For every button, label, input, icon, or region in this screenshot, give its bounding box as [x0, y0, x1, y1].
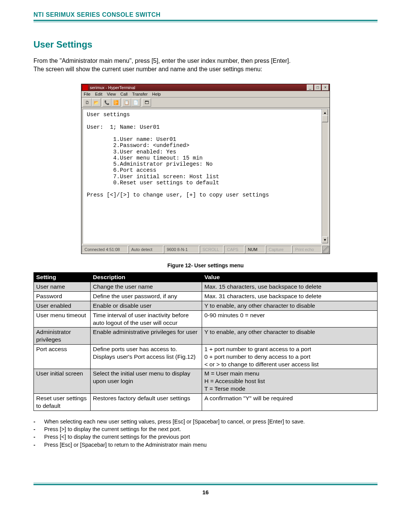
table-row: User menu timeoutTime interval of user i… [34, 310, 378, 328]
table-row: User initial screenSelect the initial us… [34, 369, 378, 393]
table-row: Administrator privilegesEnable administr… [34, 328, 378, 345]
tool-new-icon[interactable]: 🗋 [83, 98, 92, 107]
note-item: -Press [<] to display the current settin… [33, 433, 378, 441]
cell-description: Time interval of user inactivity before … [91, 310, 202, 328]
figure-caption: Figure 12- User settings menu [33, 262, 378, 268]
intro-line2: The screen will show the current user nu… [33, 66, 262, 72]
cell-setting: User menu timeout [34, 310, 91, 328]
terminal-client: User settings User: 1; Name: User01 1.Us… [81, 108, 330, 245]
titlebar: serimux - HyperTerminal _ □ × [81, 84, 330, 91]
cell-description: Define the user password, if any [91, 292, 202, 301]
header-rule [33, 20, 378, 22]
cell-setting: User enabled [34, 301, 91, 310]
section-title: User Settings [33, 39, 378, 50]
cell-value: M = User main menu H = Accessible host l… [202, 369, 378, 393]
tool-receive-icon[interactable]: 📄 [131, 98, 140, 107]
note-dash: - [33, 433, 44, 441]
cell-description: Enable or disable user [91, 301, 202, 310]
status-capture: Capture [266, 246, 292, 253]
tool-properties-icon[interactable]: 🗔 [142, 98, 151, 107]
tool-call-icon[interactable]: 📞 [102, 98, 112, 107]
cell-setting: Administrator privileges [34, 328, 91, 345]
note-dash: - [33, 441, 44, 449]
menu-help[interactable]: Help [152, 92, 161, 96]
notes-list: -When selecting each new user setting va… [33, 418, 378, 449]
settings-table: Setting Description Value User nameChang… [33, 272, 378, 411]
note-text: Press [>] to display the current setting… [44, 425, 378, 433]
note-text: Press [<] to display the current setting… [44, 433, 378, 441]
cell-setting: Reset user settings to default [34, 393, 91, 411]
note-item: -Press [>] to display the current settin… [33, 425, 378, 433]
page-number: 16 [33, 489, 378, 495]
note-dash: - [33, 425, 44, 433]
status-connected: Connected 4:51:08 [82, 246, 128, 253]
cell-setting: Port access [34, 344, 91, 369]
tool-send-icon[interactable]: 📋 [122, 98, 131, 107]
cell-value: Y to enable, any other character to disa… [202, 301, 378, 310]
th-setting: Setting [34, 273, 91, 282]
cell-value: 0-90 minutes 0 = never [202, 310, 378, 328]
tool-open-icon[interactable]: 📂 [92, 98, 101, 107]
note-item: -Press [Esc] or [Spacebar] to return to … [33, 441, 378, 449]
resize-grip-icon[interactable] [322, 246, 329, 253]
close-button[interactable]: × [322, 85, 329, 91]
minimize-button[interactable]: _ [307, 85, 314, 91]
cell-value: 1 + port number to grant access to a por… [202, 344, 378, 369]
terminal-output: User settings User: 1; Name: User01 1.Us… [83, 109, 328, 243]
note-text: Press [Esc] or [Spacebar] to return to t… [44, 441, 378, 449]
toolbar: 🗋 📂 📞 📴 📋 📄 🗔 [81, 97, 330, 108]
cell-description: Change the user name [91, 282, 202, 292]
cell-value: Y to enable, any other character to disa… [202, 328, 378, 345]
cell-value: Max. 15 characters, use backspace to del… [202, 282, 378, 292]
tool-hangup-icon[interactable]: 📴 [112, 98, 121, 107]
scrollbar[interactable]: ▲ ▼ [322, 109, 328, 243]
status-proto: 9600 8-N-1 [164, 246, 199, 253]
menu-edit[interactable]: Edit [95, 92, 102, 96]
status-caps: CAPS [224, 246, 244, 253]
cell-setting: User initial screen [34, 369, 91, 393]
menu-transfer[interactable]: Transfer [132, 92, 148, 96]
table-row: User enabledEnable or disable userY to e… [34, 301, 378, 310]
menu-file[interactable]: File [84, 92, 91, 96]
cell-description: Define ports user has access to. Display… [91, 344, 202, 369]
status-detect: Auto detect [129, 246, 164, 253]
status-num: NUM [245, 246, 265, 253]
menu-call[interactable]: Call [120, 92, 127, 96]
table-row: Reset user settings to defaultRestores f… [34, 393, 378, 411]
intro-line1: From the "Administrator main menu", pres… [33, 58, 291, 64]
cell-description: Enable administrative privileges for use… [91, 328, 202, 345]
th-value: Value [202, 273, 378, 282]
cell-value: Max. 31 characters, use backspace to del… [202, 292, 378, 301]
cell-value: A confirmation "Y" will be required [202, 393, 378, 411]
status-scroll: SCROLL [200, 246, 224, 253]
scroll-down-icon[interactable]: ▼ [322, 236, 328, 243]
table-row: PasswordDefine the user password, if any… [34, 292, 378, 301]
menubar: File Edit View Call Transfer Help [81, 91, 330, 97]
intro-text: From the "Administrator main menu", pres… [33, 57, 378, 73]
th-description: Description [91, 273, 202, 282]
menu-view[interactable]: View [107, 92, 116, 96]
hyperterminal-window: serimux - HyperTerminal _ □ × File Edit … [81, 84, 330, 254]
table-row: User nameChange the user nameMax. 15 cha… [34, 282, 378, 292]
note-item: -When selecting each new user setting va… [33, 418, 378, 425]
status-printecho: Print echo [292, 246, 322, 253]
statusbar: Connected 4:51:08 Auto detect 9600 8-N-1… [81, 245, 330, 254]
cell-description: Restores factory default user settings [91, 393, 202, 411]
note-dash: - [33, 418, 44, 425]
page-header: NTI SERIMUX SERIES CONSOLE SWITCH [33, 11, 378, 18]
cell-description: Select the initial user menu to display … [91, 369, 202, 393]
maximize-button[interactable]: □ [314, 85, 321, 91]
note-text: When selecting each new user setting val… [44, 418, 378, 425]
scroll-thumb[interactable] [322, 115, 328, 122]
window-title: serimux - HyperTerminal [90, 85, 135, 90]
footer-rule [33, 483, 378, 485]
app-icon [82, 85, 88, 91]
table-row: Port accessDefine ports user has access … [34, 344, 378, 369]
cell-setting: Password [34, 292, 91, 301]
cell-setting: User name [34, 282, 91, 292]
